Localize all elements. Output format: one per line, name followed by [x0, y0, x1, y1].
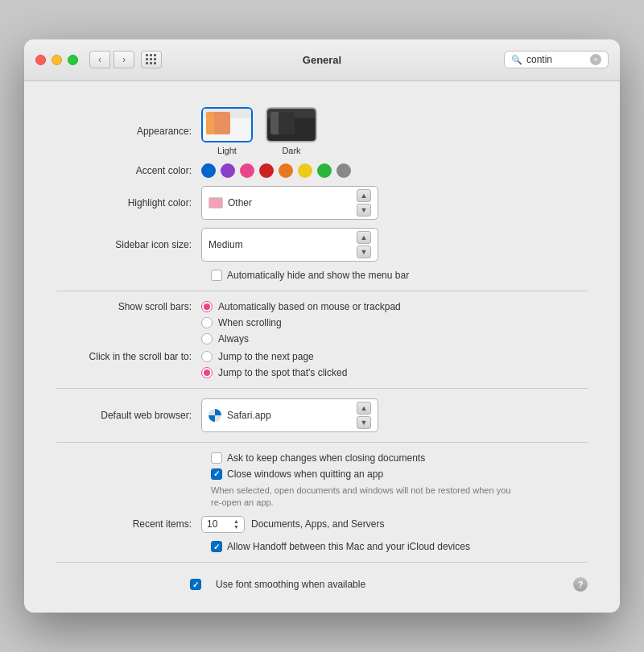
maximize-button[interactable] [68, 55, 78, 65]
section-scroll: Show scroll bars: Automatically based on… [56, 291, 588, 389]
scroll-when-label: When scrolling [218, 317, 282, 328]
close-button[interactable] [35, 55, 46, 65]
highlight-color-label: Highlight color: [56, 197, 201, 208]
menubar-label: Automatically hide and show the menu bar [227, 270, 409, 281]
appearance-options: Light Dark [201, 107, 317, 155]
accent-yellow[interactable] [298, 163, 312, 178]
accent-color-row: Accent color: [56, 163, 588, 178]
sidebar-icon-size-value: Medium [208, 239, 352, 250]
ask-keep-row: Ask to keep changes when closing documen… [211, 452, 588, 464]
highlight-down-arrow[interactable]: ▼ [357, 204, 371, 217]
recent-down-arrow[interactable]: ▼ [233, 524, 239, 530]
scroll-auto-label: Automatically based on mouse or trackpad [218, 301, 401, 312]
accent-colors [201, 163, 351, 178]
window: ‹ › General 🔍 contin × [24, 39, 620, 613]
search-text: contin [526, 54, 586, 65]
search-icon: 🔍 [511, 55, 522, 65]
font-smoothing-label: Use font smoothing when available [216, 579, 365, 590]
ask-keep-checkbox[interactable] [211, 452, 222, 464]
appearance-light[interactable]: Light [201, 107, 253, 155]
ask-keep-label: Ask to keep changes when closing documen… [227, 452, 425, 464]
accent-color-label: Accent color: [56, 165, 201, 176]
recent-up-arrow[interactable]: ▲ [233, 518, 239, 525]
window-title: General [303, 54, 341, 66]
browser-up-arrow[interactable]: ▲ [357, 402, 371, 415]
appearance-row: Appearance: Light Dark [56, 107, 588, 155]
appearance-light-thumb [201, 107, 253, 142]
highlight-stepper[interactable]: ▲ ▼ [357, 189, 371, 217]
click-scroll-row: Click in the scroll bar to: Jump to the … [56, 351, 588, 378]
appearance-dark-label: Dark [282, 146, 300, 155]
font-smoothing-left: Use font smoothing when available [56, 579, 365, 590]
default-browser-select[interactable]: Safari.app ▲ ▼ [201, 398, 378, 432]
highlight-color-value: Other [228, 197, 352, 208]
appearance-label: Appearance: [56, 126, 201, 137]
menubar-checkbox[interactable] [211, 270, 222, 281]
appearance-dark[interactable]: Dark [266, 107, 317, 155]
recent-items-stepper[interactable]: 10 ▲ ▼ [201, 516, 245, 533]
recent-stepper-arrows[interactable]: ▲ ▼ [233, 518, 239, 530]
show-scroll-bars-row: Show scroll bars: Automatically based on… [56, 301, 588, 345]
minimize-button[interactable] [52, 55, 62, 65]
search-box[interactable]: 🔍 contin × [504, 51, 609, 68]
handoff-label: Allow Handoff between this Mac and your … [227, 541, 470, 552]
sidebar-down-arrow[interactable]: ▼ [357, 246, 371, 258]
sidebar-icon-size-select[interactable]: Medium ▲ ▼ [201, 228, 378, 262]
click-scroll-label: Click in the scroll bar to: [56, 351, 201, 362]
show-scroll-bars-label: Show scroll bars: [56, 301, 201, 312]
grid-button[interactable] [141, 51, 162, 68]
accent-orange[interactable] [279, 163, 293, 178]
jump-page-radio[interactable] [201, 351, 213, 362]
accent-pink[interactable] [240, 163, 254, 178]
scroll-when-radio[interactable] [201, 317, 213, 328]
traffic-lights [35, 55, 78, 65]
scroll-always-radio[interactable] [201, 333, 213, 345]
section-appearance: Appearance: Light Dark [56, 97, 588, 291]
content: Appearance: Light Dark [24, 81, 620, 613]
forward-button[interactable]: › [114, 51, 134, 68]
help-button[interactable]: ? [573, 577, 588, 592]
highlight-up-arrow[interactable]: ▲ [357, 189, 371, 202]
accent-gray[interactable] [336, 163, 351, 178]
highlight-color-row: Highlight color: Other ▲ ▼ [56, 186, 588, 220]
appearance-light-label: Light [217, 146, 237, 155]
jump-spot-radio[interactable] [201, 367, 213, 378]
highlight-color-select[interactable]: Other ▲ ▼ [201, 186, 378, 220]
titlebar: ‹ › General 🔍 contin × [24, 39, 620, 81]
browser-down-arrow[interactable]: ▼ [357, 416, 371, 429]
jump-page-row[interactable]: Jump to the next page [201, 351, 347, 362]
recent-items-label: Recent items: [56, 518, 201, 530]
scroll-when-row[interactable]: When scrolling [201, 317, 401, 328]
recent-items-row: Recent items: 10 ▲ ▼ Documents, Apps, an… [56, 516, 588, 533]
click-scroll-group: Jump to the next page Jump to the spot t… [201, 351, 347, 378]
accent-green[interactable] [317, 163, 332, 178]
close-windows-checkbox[interactable] [211, 468, 222, 480]
recent-items-value: 10 [207, 518, 233, 530]
recent-items-suffix: Documents, Apps, and Servers [251, 518, 384, 530]
accent-blue[interactable] [201, 163, 216, 178]
highlight-swatch [208, 197, 223, 208]
sidebar-icon-size-label: Sidebar icon size: [56, 239, 201, 250]
grid-icon [146, 54, 157, 65]
scroll-auto-row[interactable]: Automatically based on mouse or trackpad [201, 301, 401, 312]
back-button[interactable]: ‹ [89, 51, 110, 68]
browser-stepper[interactable]: ▲ ▼ [357, 402, 371, 429]
close-windows-label: Close windows when quitting an app [227, 468, 383, 480]
sidebar-icon-size-row: Sidebar icon size: Medium ▲ ▼ [56, 228, 588, 262]
scroll-auto-radio[interactable] [201, 301, 213, 312]
close-windows-row: Close windows when quitting an app [211, 468, 588, 480]
accent-red[interactable] [259, 163, 274, 178]
search-clear-button[interactable]: × [590, 54, 601, 65]
jump-spot-label: Jump to the spot that's clicked [218, 367, 347, 378]
font-smoothing-checkbox[interactable] [190, 579, 201, 590]
jump-spot-row[interactable]: Jump to the spot that's clicked [201, 367, 347, 378]
default-browser-label: Default web browser: [56, 410, 201, 421]
accent-purple[interactable] [221, 163, 235, 178]
scroll-always-label: Always [218, 333, 249, 345]
sidebar-up-arrow[interactable]: ▲ [357, 231, 371, 244]
default-browser-row: Default web browser: Safari.app ▲ ▼ [56, 398, 588, 432]
scroll-always-row[interactable]: Always [201, 333, 401, 345]
sidebar-stepper[interactable]: ▲ ▼ [357, 231, 371, 258]
handoff-checkbox[interactable] [211, 541, 222, 552]
jump-page-label: Jump to the next page [218, 351, 314, 362]
